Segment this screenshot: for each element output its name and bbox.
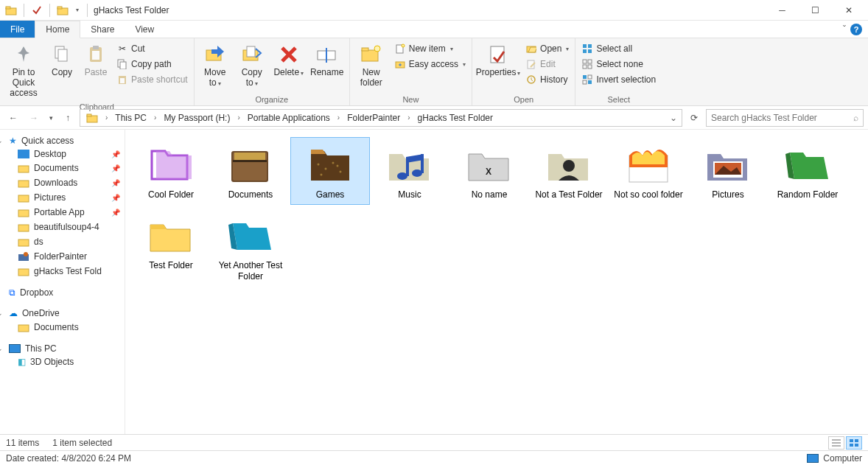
address-bar[interactable]: › This PC› My Passport (H:)› Portable Ap…: [80, 109, 682, 127]
sidebar-dropbox[interactable]: ›⧉Dropbox: [0, 286, 125, 299]
rename-button[interactable]: Rename: [308, 40, 346, 81]
breadcrumb-item[interactable]: This PC: [111, 113, 151, 123]
invert-selection-button[interactable]: Invert selection: [578, 72, 659, 87]
help-icon[interactable]: ?: [850, 24, 862, 35]
chevron-right-icon[interactable]: ›: [234, 113, 242, 122]
expand-icon[interactable]: ⌄: [0, 345, 4, 352]
tab-file[interactable]: File: [0, 21, 35, 38]
qat-properties-icon[interactable]: [29, 2, 45, 18]
status-item-count: 11 items: [6, 438, 39, 448]
date-created-label: Date created: 4/8/2020 6:24 PM: [6, 453, 131, 464]
sidebar-quick-access[interactable]: ⌄★Quick access: [0, 134, 125, 147]
paste-button[interactable]: Paste: [80, 40, 112, 81]
breadcrumb-item[interactable]: My Passport (H:): [159, 113, 234, 123]
sidebar-ghacks[interactable]: gHacks Test Fold: [0, 264, 125, 279]
copy-button[interactable]: Copy: [46, 40, 78, 81]
folder-icon: [18, 206, 29, 218]
folder-item[interactable]: XNo name: [449, 137, 529, 205]
refresh-button[interactable]: ⟳: [685, 109, 703, 127]
folder-icon: [383, 142, 436, 186]
expand-icon[interactable]: ⌄: [0, 137, 4, 144]
details-view-button[interactable]: [828, 436, 844, 450]
address-dropdown[interactable]: ⌄: [667, 113, 680, 123]
nav-back-button[interactable]: ←: [4, 109, 22, 127]
svg-rect-32: [583, 60, 587, 63]
tab-view[interactable]: View: [125, 21, 164, 38]
sidebar-desktop[interactable]: Desktop📌: [0, 147, 125, 161]
open-button[interactable]: Open▾: [522, 41, 572, 56]
nav-recent-dropdown[interactable]: ▾: [46, 109, 56, 127]
svg-point-56: [318, 164, 320, 166]
expand-icon[interactable]: ›: [0, 289, 4, 296]
chevron-right-icon[interactable]: ›: [102, 113, 111, 122]
move-to-button[interactable]: Move to▾: [197, 40, 233, 91]
svg-rect-74: [850, 439, 853, 442]
folder-content[interactable]: Cool FolderDocumentsGamesMusicXNo nameNo…: [125, 130, 868, 434]
minimize-button[interactable]: ─: [766, 0, 799, 21]
qat-folder-icon[interactable]: [3, 2, 19, 18]
select-all-button[interactable]: Select all: [578, 41, 659, 56]
new-item-button[interactable]: New item▾: [391, 41, 469, 56]
breadcrumb-item[interactable]: Portable Applications: [243, 113, 335, 123]
tab-share[interactable]: Share: [80, 21, 125, 38]
desktop-icon: [18, 150, 29, 158]
properties-button[interactable]: Properties▾: [475, 40, 521, 81]
folder-item[interactable]: Cool Folder: [131, 137, 211, 205]
window-title: gHacks Test Folder: [94, 5, 169, 15]
cut-button[interactable]: ✂Cut: [113, 41, 191, 56]
expand-icon[interactable]: ⌄: [0, 310, 4, 317]
svg-rect-38: [583, 80, 587, 84]
sidebar-onedrive-documents[interactable]: Documents: [0, 320, 125, 335]
svg-point-57: [325, 168, 327, 170]
folder-item[interactable]: Test Folder: [131, 208, 211, 287]
sidebar-documents[interactable]: Documents📌: [0, 161, 125, 175]
sidebar-beautifulsoup[interactable]: beautifulsoup4-4: [0, 220, 125, 234]
sidebar-downloads[interactable]: Downloads📌: [0, 175, 125, 190]
chevron-right-icon[interactable]: ›: [335, 113, 343, 122]
folder-item[interactable]: Yet Another Test Folder: [211, 208, 290, 287]
sidebar-pictures[interactable]: Pictures📌: [0, 190, 125, 205]
close-button[interactable]: ✕: [832, 0, 865, 21]
large-icons-view-button[interactable]: [846, 436, 862, 450]
copy-path-button[interactable]: Copy path: [113, 57, 191, 71]
new-folder-button[interactable]: New folder: [353, 40, 390, 91]
chevron-right-icon[interactable]: ›: [405, 113, 413, 122]
qat-dropdown-icon[interactable]: ▾: [72, 2, 83, 18]
sidebar-portable-app[interactable]: Portable App📌: [0, 205, 125, 220]
nav-forward-button[interactable]: →: [25, 109, 43, 127]
copy-to-button[interactable]: Copy to▾: [234, 40, 270, 91]
paste-shortcut-button[interactable]: Paste shortcut: [113, 72, 191, 87]
sidebar-ds[interactable]: ds: [0, 234, 125, 249]
easy-access-button[interactable]: Easy access▾: [391, 57, 469, 71]
nav-bar: ← → ▾ ↑ › This PC› My Passport (H:)› Por…: [0, 106, 868, 130]
sidebar-3d-objects[interactable]: ◧3D Objects: [0, 355, 125, 368]
folder-item[interactable]: Random Folder: [768, 137, 847, 205]
folder-item[interactable]: Music: [370, 137, 449, 205]
edit-button[interactable]: Edit: [522, 57, 572, 71]
folder-item[interactable]: Not a Test Folder: [529, 137, 609, 205]
search-input[interactable]: [711, 113, 849, 123]
ribbon-collapse-icon[interactable]: ˇ: [843, 24, 846, 35]
history-button[interactable]: History: [522, 72, 572, 87]
breadcrumb-item[interactable]: FolderPainter: [343, 113, 405, 123]
sidebar-onedrive[interactable]: ⌄☁OneDrive: [0, 307, 125, 320]
sidebar-this-pc[interactable]: ⌄This PC: [0, 342, 125, 355]
qat-new-folder-icon[interactable]: [55, 2, 71, 18]
folder-item[interactable]: Pictures: [688, 137, 768, 205]
select-none-button[interactable]: Select none: [578, 57, 659, 71]
folder-item[interactable]: Games: [290, 137, 370, 205]
svg-point-63: [412, 169, 422, 177]
nav-up-button[interactable]: ↑: [59, 109, 77, 127]
search-box[interactable]: ⌕: [706, 109, 864, 127]
delete-button[interactable]: Delete▾: [271, 40, 307, 81]
svg-rect-47: [18, 240, 29, 246]
folder-item[interactable]: Not so cool folder: [609, 137, 688, 205]
tab-home[interactable]: Home: [35, 21, 80, 38]
pin-to-quick-access-button[interactable]: Pin to Quick access: [3, 40, 44, 101]
chevron-right-icon[interactable]: ›: [151, 113, 159, 122]
maximize-button[interactable]: ☐: [799, 0, 832, 21]
svg-rect-55: [234, 153, 265, 160]
sidebar-folderpainter[interactable]: FolderPainter: [0, 249, 125, 264]
breadcrumb-item[interactable]: gHacks Test Folder: [413, 113, 498, 123]
folder-item[interactable]: Documents: [211, 137, 290, 205]
